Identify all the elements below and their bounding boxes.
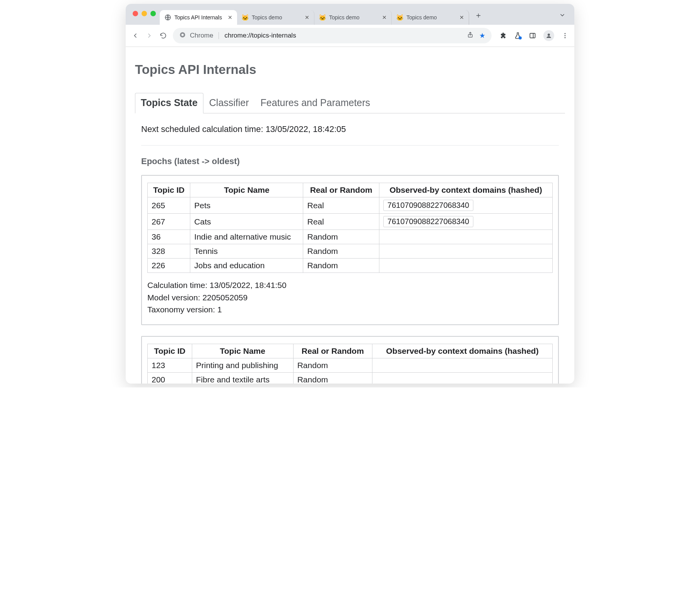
cell-observed [379,230,552,244]
next-calc-label: Next scheduled calculation time: [141,124,263,134]
minimize-window-icon[interactable] [142,11,147,16]
col-topic-name: Topic Name [192,344,293,358]
close-window-icon[interactable] [133,11,138,16]
browser-tab-1[interactable]: 🐱 Topics demo ✕ [237,10,314,25]
cell-observed: 7610709088227068340 [379,214,552,230]
col-observed: Observed-by context domains (hashed) [372,344,552,358]
cell-topic-name: Tennis [190,244,303,259]
close-icon[interactable]: ✕ [382,14,387,21]
share-icon[interactable] [467,31,474,40]
cell-topic-name: Pets [190,197,303,214]
bookmark-icon[interactable]: ★ [479,31,485,40]
model-version-value: 2205052059 [202,293,248,302]
cell-real-random: Real [303,197,379,214]
tab-topics-state[interactable]: Topics State [135,93,203,113]
browser-tab-title: Topics demo [329,14,379,21]
taxonomy-value: 1 [217,305,222,314]
cell-observed [379,244,552,259]
close-icon[interactable]: ✕ [459,14,464,21]
cell-observed [372,372,552,384]
window-controls [130,11,160,22]
cell-topic-name: Cats [190,214,303,230]
browser-tab-0[interactable]: Topics API Internals ✕ [160,10,237,25]
browser-tab-title: Topics demo [406,14,456,21]
cell-topic-id: 123 [148,358,192,372]
table-row: 123Printing and publishingRandom [148,358,553,372]
page-title: Topics API Internals [135,62,565,77]
table-row: 200Fibre and textile artsRandom [148,372,553,384]
cell-real-random: Random [293,358,372,372]
calc-time-value: 13/05/2022, 18:41:50 [210,281,287,290]
hash-value: 7610709088227068340 [383,216,473,227]
toolbar: Chrome chrome://topics-internals ★ [126,25,574,47]
col-topic-id: Topic ID [148,183,190,197]
browser-tab-title: Topics API Internals [174,14,225,21]
browser-tab-title: Topics demo [252,14,302,21]
side-panel-icon[interactable] [529,32,536,39]
cell-topic-name: Printing and publishing [192,358,293,372]
table-row: 328TennisRandom [148,244,553,259]
svg-rect-4 [530,33,535,38]
close-icon[interactable]: ✕ [228,14,232,21]
next-calc-value: 13/05/2022, 18:42:05 [266,124,346,134]
svg-point-7 [565,35,566,36]
maximize-window-icon[interactable] [150,11,156,16]
col-topic-name: Topic Name [190,183,303,197]
svg-point-5 [548,34,550,36]
menu-icon[interactable] [561,32,569,39]
back-button[interactable] [131,31,140,40]
table-row: 226Jobs and educationRandom [148,259,553,273]
table-row: 267CatsReal7610709088227068340 [148,214,553,230]
cell-topic-name: Indie and alternative music [190,230,303,244]
svg-point-8 [565,37,566,38]
address-scheme-label: Chrome [190,32,213,39]
cat-icon: 🐱 [396,14,403,21]
new-tab-button[interactable]: ＋ [475,11,482,19]
address-separator [219,32,219,39]
page-tabs: Topics State Classifier Features and Par… [135,93,565,113]
extensions-icon[interactable] [499,32,507,39]
divider [141,145,559,146]
cell-real-random: Random [303,230,379,244]
cell-topic-id: 226 [148,259,190,273]
cell-topic-id: 267 [148,214,190,230]
browser-tab-3[interactable]: 🐱 Topics demo ✕ [392,10,469,25]
cell-real-random: Random [293,372,372,384]
cell-topic-name: Fibre and textile arts [192,372,293,384]
address-url: chrome://topics-internals [224,32,296,39]
forward-button[interactable] [145,31,154,40]
col-real-random: Real or Random [293,344,372,358]
profile-avatar[interactable] [543,30,554,41]
epoch-box: Topic ID Topic Name Real or Random Obser… [141,175,559,325]
taxonomy-label: Taxonomy version: [147,305,215,314]
globe-icon [164,14,171,21]
calc-time-label: Calculation time: [147,281,207,290]
labs-icon[interactable] [514,32,522,39]
cat-icon: 🐱 [242,14,249,21]
epoch-table: Topic ID Topic Name Real or Random Obser… [147,344,553,384]
close-icon[interactable]: ✕ [305,14,309,21]
cell-real-random: Random [303,259,379,273]
epochs-heading: Epochs (latest -> oldest) [141,156,559,166]
svg-point-2 [181,34,184,36]
col-real-random: Real or Random [303,183,379,197]
cell-topic-id: 36 [148,230,190,244]
tab-overflow-icon[interactable] [559,12,566,20]
address-bar[interactable]: Chrome chrome://topics-internals ★ [173,28,492,43]
svg-point-6 [565,33,566,34]
cell-topic-id: 328 [148,244,190,259]
reload-button[interactable] [159,31,167,40]
cell-real-random: Random [303,244,379,259]
cell-observed: 7610709088227068340 [379,197,552,214]
cell-topic-id: 200 [148,372,192,384]
cell-observed [379,259,552,273]
cell-observed [372,358,552,372]
browser-tab-2[interactable]: 🐱 Topics demo ✕ [314,10,392,25]
tab-features[interactable]: Features and Parameters [255,93,376,113]
table-row: 36Indie and alternative musicRandom [148,230,553,244]
col-observed: Observed-by context domains (hashed) [379,183,552,197]
epoch-box: Topic ID Topic Name Real or Random Obser… [141,336,559,384]
cat-icon: 🐱 [319,14,326,21]
model-version-label: Model version: [147,293,200,302]
tab-classifier[interactable]: Classifier [203,93,255,113]
